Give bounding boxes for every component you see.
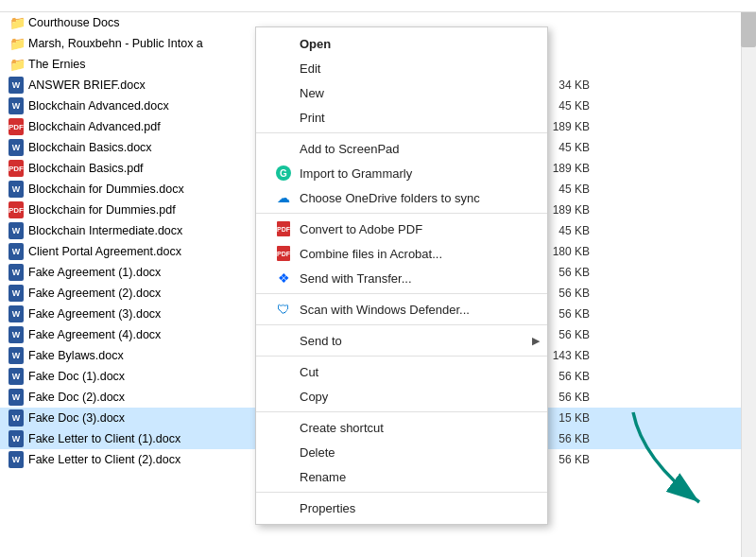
folder-icon: 📁 [9,36,26,51]
file-icon: W [8,410,25,426]
ctx-item-send-transfer[interactable]: ❖Send with Transfer... [256,266,547,290]
ctx-item-onedrive-sync[interactable]: ☁Choose OneDrive folders to sync [256,185,547,210]
ctx-item-label: Send to [300,334,342,348]
file-icon: W [8,223,25,238]
ctx-item-rename[interactable]: Rename [256,464,547,489]
ctx-item-convert-pdf[interactable]: PDFConvert to Adobe PDF [256,217,547,241]
pdf-icon: PDF [9,201,24,218]
file-name: Fake Bylaws.docx [28,349,265,362]
file-name: Fake Doc (3).docx [28,411,265,425]
ctx-icon-spacer [275,60,292,77]
scrollbar-thumb[interactable] [741,9,756,47]
ctx-item-create-shortcut[interactable]: Create shortcut [256,415,547,440]
file-icon: W [8,78,25,93]
file-icon: PDF [8,119,25,134]
word-doc-icon: W [9,389,24,406]
file-name: Blockchain Advanced.docx [28,99,265,113]
word-doc-icon: W [9,305,24,322]
file-icon: W [8,306,25,322]
word-doc-icon: W [9,451,24,468]
ctx-item-combine-acrobat[interactable]: PDFCombine files in Acrobat... [256,241,547,266]
col-header-date[interactable] [255,4,397,8]
file-name: ANSWER BRIEF.docx [28,78,265,92]
word-doc-icon: W [9,347,24,364]
scrollbar[interactable]: ▲ [741,0,756,557]
ctx-icon-spacer [275,84,292,101]
file-name: Blockchain Basics.docx [28,141,265,154]
file-name: Courthouse Docs [28,16,265,29]
file-name: Client Portal Agreement.docx [28,245,265,258]
pdf-combine-icon: PDF [275,245,292,262]
file-icon: W [8,452,25,467]
file-icon: PDF [8,202,25,218]
ctx-item-edit[interactable]: Edit [256,56,547,80]
ctx-item-import-grammarly[interactable]: GImport to Grammarly [256,161,547,185]
col-header-type[interactable] [397,4,520,8]
word-doc-icon: W [9,368,24,385]
word-doc-icon: W [9,181,24,198]
ctx-icon-spacer [275,468,292,485]
ctx-item-label: New [300,86,324,100]
file-icon: W [8,369,25,384]
file-name: Fake Agreement (4).docx [28,328,265,341]
col-header-name[interactable] [0,4,255,8]
folder-icon: 📁 [9,57,26,72]
file-name: Fake Letter to Client (1).docx [28,432,265,445]
file-icon: W [8,140,25,155]
ctx-item-delete[interactable]: Delete [256,440,547,464]
context-menu: OpenEditNewPrintAdd to ScreenPadGImport … [255,26,548,525]
word-doc-icon: W [9,139,24,156]
ctx-item-send-to[interactable]: Send to▶ [256,328,547,353]
word-doc-icon: W [9,326,24,343]
ctx-item-properties[interactable]: Properties [256,496,547,520]
file-name: Blockchain for Dummies.pdf [28,203,265,217]
file-name: Blockchain Intermediate.docx [28,224,265,237]
file-icon: 📁 [8,15,25,30]
ctx-item-copy[interactable]: Copy [256,384,547,409]
ctx-icon-spacer [275,332,292,349]
word-doc-icon: W [9,243,24,260]
col-header-size[interactable] [520,4,595,8]
ctx-separator [256,293,547,294]
ctx-item-scan-defender[interactable]: 🛡Scan with Windows Defender... [256,297,547,322]
ctx-item-label: Scan with Windows Defender... [300,303,470,317]
file-icon: W [8,348,25,363]
ctx-icon-spacer [275,499,292,516]
ctx-icon-spacer [275,109,292,126]
ctx-item-print[interactable]: Print [256,105,547,130]
ctx-icon-spacer [275,363,292,380]
onedrive-icon: ☁ [275,189,292,206]
file-name: Fake Agreement (2).docx [28,287,265,300]
file-icon: W [8,286,25,301]
ctx-icon-spacer [275,444,292,461]
ctx-item-label: Create shortcut [300,421,384,435]
dropbox-icon: ❖ [275,270,292,287]
ctx-item-cut[interactable]: Cut [256,359,547,384]
ctx-item-new[interactable]: New [256,80,547,105]
file-icon: 📁 [8,36,25,51]
ctx-item-label: Edit [300,61,320,76]
ctx-item-label: Add to ScreenPad [300,142,400,156]
ctx-item-open[interactable]: Open [256,31,547,56]
ctx-item-label: Choose OneDrive folders to sync [300,191,480,205]
ctx-separator [256,411,547,412]
file-icon: W [8,98,25,113]
column-headers [0,0,756,12]
file-icon: W [8,182,25,197]
file-icon: 📁 [8,57,25,72]
word-doc-icon: W [9,430,24,447]
ctx-item-label: Import to Grammarly [300,166,412,181]
ctx-item-label: Properties [300,501,355,515]
file-icon: W [8,244,25,259]
word-doc-icon: W [9,264,24,281]
file-name: Fake Agreement (1).docx [28,266,265,279]
file-icon: W [8,327,25,342]
word-doc-icon: W [9,77,24,94]
pdf-icon: PDF [9,118,24,135]
ctx-item-label: Copy [300,390,328,404]
file-name: Marsh, Rouxbehn - Public Intox a [28,37,265,50]
file-icon: W [8,265,25,280]
ctx-item-add-to-screenpad[interactable]: Add to ScreenPad [256,136,547,161]
file-icon: W [8,431,25,446]
ctx-separator [256,213,547,214]
